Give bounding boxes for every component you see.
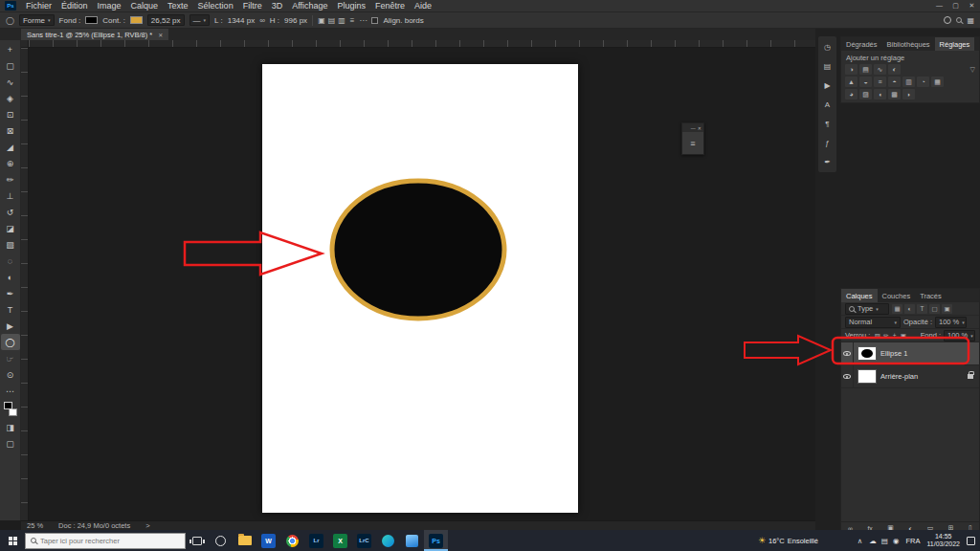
taskbar-app-lightroom-classic[interactable]: LrC	[352, 530, 376, 551]
search-input[interactable]	[40, 537, 165, 545]
blend-mode-select[interactable]: Normal ▾	[845, 317, 901, 328]
move-tool[interactable]: +	[1, 41, 20, 57]
photo-filter-icon[interactable]: ▥	[902, 77, 915, 87]
ellipse-shape[interactable]	[332, 181, 504, 319]
collapse-icon[interactable]: —	[691, 125, 696, 131]
screen-mode-button[interactable]: ▢	[1, 435, 20, 452]
taskbar-app-edge[interactable]	[376, 530, 400, 551]
status-chevron-icon[interactable]: >	[145, 521, 149, 530]
tray-icon[interactable]: ▤	[881, 537, 888, 545]
search-icon[interactable]	[956, 17, 962, 23]
curves-icon[interactable]: ∿	[874, 64, 886, 75]
close-tab-icon[interactable]: ✕	[158, 32, 163, 38]
menu-item[interactable]: Aide	[410, 1, 436, 11]
panel-tab[interactable]: Couches	[878, 289, 916, 302]
gradient-tool[interactable]: ▧	[1, 236, 20, 253]
history-brush-tool[interactable]: ↺	[1, 204, 20, 220]
color-balance-icon[interactable]: ≡	[874, 77, 886, 87]
panel-tab[interactable]: Calques	[841, 289, 878, 302]
menu-item[interactable]: Fenêtre	[370, 1, 410, 11]
actions-panel-icon[interactable]: ▶	[819, 77, 835, 94]
lasso-tool[interactable]: ∿	[1, 74, 20, 90]
layer-thumbnail[interactable]	[858, 346, 877, 361]
levels-icon[interactable]: ▤	[859, 64, 872, 75]
black-white-icon[interactable]: ◓	[888, 77, 901, 87]
menu-item[interactable]: Calque	[126, 1, 164, 11]
document-tab[interactable]: Sans titre-1 @ 25% (Ellipse 1, RVB/8) * …	[21, 29, 168, 40]
menu-item[interactable]: 3D	[267, 1, 288, 11]
lock-artboard-icon[interactable]: ▣	[899, 332, 907, 340]
lock-pixels-icon[interactable]: ✏	[881, 332, 890, 340]
filter-smart-object-icon[interactable]: ▣	[942, 304, 952, 314]
stroke-style-select[interactable]: — ▾	[189, 14, 211, 26]
menu-item[interactable]: Sélection	[193, 1, 238, 11]
path-selection-tool[interactable]: ▶	[1, 318, 20, 334]
taskbar-app-photoshop[interactable]: Ps	[424, 530, 448, 551]
close-icon[interactable]: ✕	[698, 125, 702, 131]
pen-tool[interactable]: ✒	[1, 285, 20, 301]
filter-adjustment-icon[interactable]: ◐	[904, 304, 915, 314]
brush-tool[interactable]: ✏	[1, 171, 20, 187]
minimize-button[interactable]: —	[931, 2, 947, 10]
taskbar-app-photos[interactable]	[400, 530, 424, 551]
menu-item[interactable]: Filtre	[238, 1, 267, 11]
filter-text-icon[interactable]: T	[917, 304, 927, 314]
character-panel-icon[interactable]: A	[819, 96, 835, 113]
color-lookup-icon[interactable]: ▦	[931, 77, 944, 87]
maximize-button[interactable]: ▢	[947, 2, 964, 10]
eraser-tool[interactable]: ◪	[1, 220, 20, 236]
fill-color-swatch[interactable]	[85, 16, 98, 24]
stroke-width-input[interactable]: 26,52 px	[147, 14, 185, 26]
fill-opacity-select[interactable]: 100 % ▾	[944, 330, 975, 342]
align-edges-checkbox[interactable]	[371, 17, 378, 24]
type-tool[interactable]: T	[1, 301, 20, 318]
paragraph-panel-icon[interactable]: ¶	[819, 115, 835, 132]
language-indicator[interactable]: FRA	[905, 537, 920, 545]
visibility-toggle[interactable]	[841, 342, 854, 364]
floating-panel[interactable]: — ✕ ≡	[681, 122, 704, 155]
zoom-level[interactable]: 25 %	[27, 521, 43, 530]
hand-tool[interactable]: ☞	[1, 350, 20, 366]
history-panel-icon[interactable]: ◷	[819, 38, 835, 55]
panel-tab[interactable]: Tracés	[915, 289, 947, 302]
crop-tool[interactable]: ⊡	[1, 106, 20, 122]
taskbar-search[interactable]	[25, 533, 186, 549]
panel-tab[interactable]: Réglages	[935, 37, 975, 51]
marquee-tool[interactable]: ▢	[1, 57, 20, 74]
swatches-panel-icon[interactable]: ▤	[819, 57, 835, 75]
layer-name[interactable]: Ellipse 1	[880, 349, 907, 358]
panel-tab[interactable]: Bibliothèques	[882, 37, 935, 51]
dodge-tool[interactable]: ◐	[1, 269, 20, 285]
taskbar-app-explorer[interactable]	[233, 530, 256, 551]
workspace-switcher-icon[interactable]: ▦	[967, 16, 974, 25]
taskbar-app-chrome[interactable]	[280, 530, 304, 551]
menu-item[interactable]: Fichier	[21, 1, 56, 11]
selective-color-icon[interactable]: ◗	[902, 89, 915, 99]
exposure-icon[interactable]: ◐	[888, 64, 901, 75]
ellipse-tool[interactable]: ◯	[1, 334, 20, 350]
taskbar-app-lightroom[interactable]: Lr	[304, 530, 328, 551]
path-intersect-icon[interactable]: ▥	[338, 16, 345, 25]
foreground-color-swatch[interactable]	[4, 402, 12, 409]
threshold-icon[interactable]: ◖	[874, 89, 886, 99]
filter-funnel-icon[interactable]: ▽	[970, 66, 975, 74]
clone-stamp-tool[interactable]: ⊥	[1, 187, 20, 204]
layer-filter-type-select[interactable]: Type ▾	[845, 303, 889, 315]
tray-chevron-icon[interactable]: ∧	[858, 537, 863, 545]
blur-tool[interactable]: ◌	[1, 253, 20, 269]
lock-transparency-icon[interactable]: ▨	[873, 332, 881, 340]
canvas-area[interactable]: — ✕ ≡	[21, 40, 815, 520]
path-combine-icon[interactable]: ▣	[318, 16, 325, 25]
properties-panel-icon[interactable]: ✒	[819, 153, 835, 170]
vibrance-icon[interactable]: ▲	[845, 77, 858, 87]
more-options-icon[interactable]: ⋯	[359, 16, 367, 25]
brightness-contrast-icon[interactable]: ◑	[845, 64, 858, 75]
filter-shape-icon[interactable]: ▢	[929, 304, 940, 314]
background-color-swatch[interactable]	[9, 408, 17, 416]
menu-item[interactable]: Édition	[56, 1, 93, 11]
menu-item[interactable]: Texte	[163, 1, 193, 11]
visibility-toggle[interactable]	[841, 365, 854, 387]
filter-pixel-icon[interactable]: ▦	[892, 304, 902, 314]
eyedropper-tool[interactable]: ◢	[1, 139, 20, 155]
task-view-button[interactable]	[186, 530, 209, 551]
